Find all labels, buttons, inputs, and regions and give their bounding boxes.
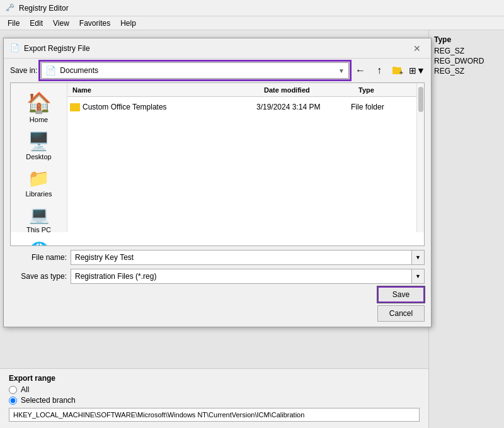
file-list-container: 🏠 Home 🖥️ Desktop 📁 Libraries 💻 This PC (10, 82, 425, 246)
filetype-input-container: ▼ (71, 269, 425, 284)
dialog-fields: File name: ▼ Save as type: ▼ (4, 246, 431, 291)
col-header-type[interactable]: Type (353, 85, 416, 95)
nav-thispc-label: This PC (26, 226, 51, 234)
sidebar-nav: 🏠 Home 🖥️ Desktop 📁 Libraries 💻 This PC (11, 83, 67, 232)
filetype-input[interactable] (71, 269, 412, 284)
new-folder-icon: + (392, 65, 404, 76)
nav-item-thispc[interactable]: 💻 This PC (14, 203, 64, 236)
nav-item-libraries[interactable]: 📁 Libraries (14, 166, 64, 200)
export-dialog: 📄 Export Registry File ✕ Save in: 📄 Docu… (3, 38, 432, 327)
registry-titlebar: 🗝️ Registry Editor (0, 0, 504, 16)
file-row-name-0: Custom Office Templates (70, 103, 256, 111)
export-range-section: Export range All Selected branch (0, 368, 428, 428)
filename-dropdown-arrow-icon[interactable]: ▼ (412, 250, 425, 265)
file-list-header: Name Date modified Type (67, 83, 416, 97)
scrollbar-thumb (418, 87, 423, 112)
svg-text:+: + (399, 69, 403, 76)
col-header-date[interactable]: Date modified (259, 85, 353, 95)
filename-field-row: File name: ▼ (10, 250, 425, 265)
home-icon: 🏠 (26, 91, 52, 115)
file-list-scrollbar[interactable] (416, 83, 424, 232)
file-row-date-0: 3/19/2024 3:14 PM (256, 103, 351, 111)
radio-selected-branch-label: Selected branch (21, 396, 76, 405)
nav-desktop-label: Desktop (26, 153, 51, 160)
nav-item-desktop[interactable]: 🖥️ Desktop (14, 128, 64, 163)
location-dropdown[interactable]: 📄 Documents ▼ (41, 62, 349, 79)
registry-app-icon: 🗝️ (5, 3, 15, 13)
dialog-toolbar: Save in: 📄 Documents ▼ ← ↑ + ⊞▼ (4, 59, 431, 82)
registry-title: Registry Editor (19, 4, 69, 13)
cancel-button[interactable]: Cancel (377, 305, 425, 322)
thispc-icon: 💻 (29, 205, 49, 225)
filetype-label: Save as type: (10, 272, 67, 281)
nav-item-network[interactable]: 🌐 Network (14, 239, 64, 246)
dialog-buttons: Save Cancel (377, 286, 425, 322)
toolbar-up-btn[interactable]: ↑ (372, 63, 387, 78)
dialog-close-button[interactable]: ✕ (410, 41, 425, 56)
file-row-type-0: File folder (351, 103, 414, 111)
dialog-titlebar: 📄 Export Registry File ✕ (4, 38, 431, 59)
all-radio-row: All (9, 385, 420, 394)
save-button[interactable]: Save (377, 286, 425, 303)
filename-input[interactable] (71, 250, 412, 265)
radio-all-label: All (21, 385, 29, 394)
file-row-0[interactable]: Custom Office Templates 3/19/2024 3:14 P… (67, 99, 416, 115)
registry-path-input[interactable] (9, 408, 420, 422)
menu-favorites[interactable]: Favorites (74, 18, 115, 29)
export-range-title: Export range (9, 374, 420, 383)
location-dropdown-arrow-icon: ▼ (338, 67, 345, 74)
selected-branch-radio-row: Selected branch (9, 396, 420, 405)
filename-input-container: ▼ (71, 250, 425, 265)
toolbar-back-btn[interactable]: ← (353, 63, 368, 78)
col-header-name[interactable]: Name (67, 85, 259, 95)
network-icon: 🌐 (29, 241, 49, 246)
toolbar-newfolder-btn[interactable]: + (391, 63, 406, 78)
radio-selected-branch[interactable] (9, 397, 17, 405)
dialog-title-icon: 📄 (10, 43, 20, 54)
libraries-icon: 📁 (28, 168, 50, 189)
location-text: Documents (60, 66, 338, 75)
filetype-dropdown-arrow-icon[interactable]: ▼ (412, 269, 425, 284)
radio-all[interactable] (9, 386, 17, 394)
file-list-content: 🏠 Home 🖥️ Desktop 📁 Libraries 💻 This PC (11, 83, 424, 232)
location-doc-icon: 📄 (45, 65, 56, 76)
nav-item-home[interactable]: 🏠 Home (14, 88, 64, 126)
file-list-main-area: Name Date modified Type Custom Office Te… (67, 83, 416, 232)
svg-rect-1 (392, 67, 396, 69)
save-in-label: Save in: (10, 66, 37, 75)
filetype-field-row: Save as type: ▼ (10, 269, 425, 284)
menu-file[interactable]: File (3, 18, 25, 29)
file-folder-icon-0 (70, 103, 80, 111)
toolbar-view-btn[interactable]: ⊞▼ (410, 63, 425, 78)
menu-view[interactable]: View (48, 18, 74, 29)
desktop-icon: 🖥️ (28, 131, 50, 152)
nav-libraries-label: Libraries (25, 190, 52, 198)
file-list-main: Custom Office Templates 3/19/2024 3:14 P… (67, 97, 416, 232)
menu-edit[interactable]: Edit (25, 18, 48, 29)
filename-label: File name: (10, 253, 67, 262)
dialog-title-text: Export Registry File (24, 44, 410, 53)
menu-help[interactable]: Help (115, 18, 141, 29)
registry-menubar: File Edit View Favorites Help (0, 16, 504, 30)
nav-home-label: Home (30, 116, 48, 123)
